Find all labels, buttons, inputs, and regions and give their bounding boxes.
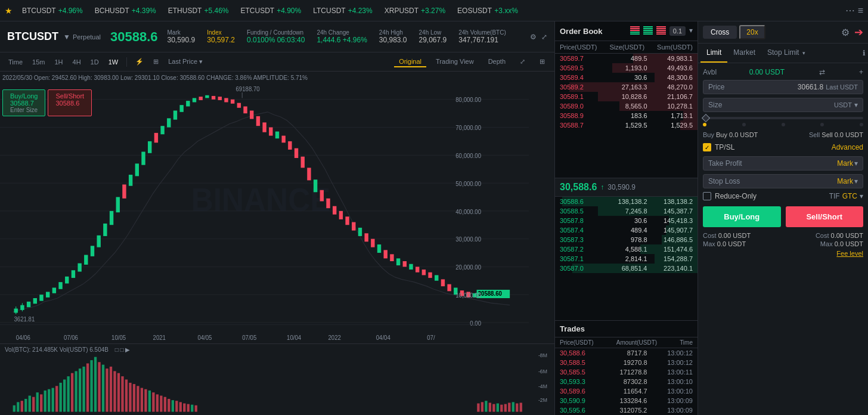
ticker-bchusdt[interactable]: BCHUSDT +4.39% (89, 7, 162, 15)
header-icons[interactable]: ⚙ ⤢ (530, 33, 547, 41)
order-size-slider[interactable] (703, 117, 863, 126)
ask-row[interactable]: 30589.08,565.010,278.1 (555, 101, 698, 111)
stop-loss-mark-select[interactable]: Mark ▾ (837, 177, 858, 185)
chart-buy-button[interactable]: Buy/Long 30588.7 Enter Size (2, 89, 45, 116)
toolbar-chart-type[interactable]: ⊞ (150, 57, 162, 67)
settings-icon[interactable]: ⚙ (841, 27, 850, 38)
tab-stop-limit[interactable]: Stop Limit ▾ (761, 44, 811, 63)
size-input[interactable]: Size USDT ▾ (703, 98, 863, 112)
avbl-transfer-icon[interactable]: ⇄ (819, 68, 825, 76)
cross-btn[interactable]: Cross (703, 26, 737, 39)
ask-row[interactable]: 30589.7489.549,983.1 (555, 54, 698, 63)
avbl-add-icon[interactable]: + (859, 68, 863, 76)
tab-tradingview[interactable]: Trading View (431, 57, 479, 67)
chevron-down-icon: ▾ (802, 50, 805, 56)
ask-row[interactable]: 30589.430.648,300.6 (555, 73, 698, 82)
toolbar-4h[interactable]: 4H (69, 57, 85, 67)
toolbar-1w[interactable]: 1W (105, 57, 122, 67)
ticker-ethusdt[interactable]: ETHUSDT +5.46% (162, 7, 235, 15)
tab-depth[interactable]: Depth (483, 57, 510, 67)
bid-row[interactable]: 30587.4489.4145,907.7 (555, 225, 698, 235)
slider-dot-25[interactable] (742, 123, 746, 126)
bid-row[interactable]: 30588.6138,138.2138,138.2 (555, 197, 698, 206)
tpsl-checkbox[interactable] (703, 143, 711, 151)
slider-dot-75[interactable] (820, 123, 824, 126)
trade-row[interactable]: 30,595.6 312075.2 13:00:09 (555, 405, 698, 415)
tif-value[interactable]: GTC (842, 192, 857, 200)
ticker-etcusdt[interactable]: ETCUSDT +4.90% (235, 7, 308, 15)
bid-row[interactable]: 30587.24,588.1151,474.6 (555, 244, 698, 254)
trade-row[interactable]: 30,588.6 8717.8 13:00:12 (555, 348, 698, 358)
bid-row[interactable]: 30587.068,851.4223,140.1 (555, 264, 698, 273)
trade-row[interactable]: 30,593.3 87302.8 13:00:10 (555, 377, 698, 386)
bid-row[interactable]: 30587.12,814.1154,288.7 (555, 254, 698, 264)
svg-rect-73 (390, 254, 393, 261)
ticker-more-icon[interactable]: ⋯ ≡ (845, 5, 863, 16)
slider-thumb[interactable] (702, 114, 710, 122)
max-label-buy: Max 0.0 USDT (703, 240, 751, 247)
svg-rect-153 (164, 397, 166, 412)
ob-view-all-icon[interactable] (630, 26, 640, 35)
take-profit-input[interactable]: Take Profit Mark ▾ (703, 156, 863, 171)
leverage-value-btn[interactable]: 20x (739, 25, 765, 39)
fee-level-link[interactable]: Fee level (703, 250, 863, 257)
slider-dot-0[interactable] (703, 123, 706, 126)
trade-row[interactable]: 30,589.6 11654.7 13:00:10 (555, 386, 698, 396)
toolbar-1h[interactable]: 1H (51, 57, 66, 67)
price-input[interactable]: Price 30661.8 Last USDT (703, 80, 863, 94)
ticker-name: LTCUSDT (313, 7, 345, 15)
toolbar-lastprice[interactable]: Last Price ▾ (165, 57, 206, 67)
symbol-price: 30588.6 (110, 29, 158, 45)
ob-view-bids-icon[interactable] (643, 26, 653, 35)
ask-row[interactable]: 30589.51,193.049,493.6 (555, 63, 698, 73)
expand-icon[interactable]: ⤢ (541, 33, 547, 41)
bid-row[interactable]: 30587.3978.8146,886.5 (555, 235, 698, 244)
ticker-eosusdt[interactable]: EOSUSDT +3.xx% (451, 7, 524, 15)
svg-rect-69 (364, 233, 368, 241)
order-form-help[interactable]: ℹ (863, 44, 866, 63)
slider-dot-50[interactable] (782, 123, 785, 126)
expand-chart-btn[interactable]: ⤢ (515, 57, 530, 67)
stop-loss-input[interactable]: Stop Loss Mark ▾ (703, 174, 863, 188)
tab-limit[interactable]: Limit (700, 44, 727, 63)
ticker-btcusdt[interactable]: BTCUSDT +4.96% (16, 7, 89, 15)
trade-row[interactable]: 30,585.5 171278.8 13:00:11 (555, 367, 698, 377)
ticker-xrpusdt[interactable]: XRPUSDT +3.27% (379, 7, 451, 15)
ask-row[interactable]: 30589.227,163.348,270.0 (555, 82, 698, 92)
ask-row[interactable]: 30588.9183.61,713.1 (555, 111, 698, 120)
svg-rect-24 (91, 246, 94, 256)
tab-market[interactable]: Market (727, 44, 761, 63)
trade-row[interactable]: 30,590.9 133284.6 13:00:09 (555, 396, 698, 405)
ticker-ltcusdt[interactable]: LTCUSDT +4.23% (307, 7, 379, 15)
orderbook-panel: Order Book (555, 21, 698, 415)
ob-view-asks-icon[interactable] (656, 26, 666, 35)
toolbar-15m[interactable]: 15m (29, 57, 48, 67)
svg-rect-35 (160, 126, 164, 134)
advanced-btn[interactable]: Advanced (832, 143, 863, 151)
toolbar-time[interactable]: Time (5, 57, 26, 67)
take-profit-mark-select[interactable]: Mark ▾ (837, 159, 858, 168)
tab-original[interactable]: Original (394, 57, 426, 67)
ob-mid-price[interactable]: 30,588.6 ↑ 30,590.9 (555, 178, 698, 197)
ask-row[interactable]: 30589.110,828.621,106.7 (555, 92, 698, 101)
layout-btn[interactable]: ⊞ (535, 57, 550, 67)
avbl-label: Avbl (703, 68, 717, 76)
buy-long-btn[interactable]: Buy/Long (703, 206, 781, 227)
toolbar-1d[interactable]: 1D (87, 57, 103, 67)
ob-precision-dropdown[interactable]: ▾ (689, 26, 693, 36)
slider-dot-100[interactable] (860, 123, 863, 126)
settings-icon[interactable]: ⚙ (530, 33, 537, 41)
reduce-only-checkbox[interactable] (703, 192, 711, 200)
symbol-dropdown[interactable]: ▼ (63, 33, 70, 41)
chart-sell-button[interactable]: Sell/Short 30588.6 (48, 89, 92, 116)
toolbar-indicator[interactable]: ⚡ (132, 57, 147, 67)
stat-index: Index 30,597.2 (207, 29, 235, 44)
svg-rect-64 (333, 206, 336, 215)
size-dropdown-icon[interactable]: ▾ (854, 101, 858, 109)
bid-row[interactable]: 30587.830.6145,418.3 (555, 216, 698, 225)
ask-row[interactable]: 30588.71,529.51,529.5 (555, 120, 698, 130)
trade-row[interactable]: 30,588.5 19270.8 13:00:12 (555, 358, 698, 367)
ob-precision[interactable]: 0.1 (669, 26, 686, 36)
bid-row[interactable]: 30588.57,245.8145,387.7 (555, 206, 698, 216)
sell-short-btn[interactable]: Sell/Short (786, 206, 864, 227)
